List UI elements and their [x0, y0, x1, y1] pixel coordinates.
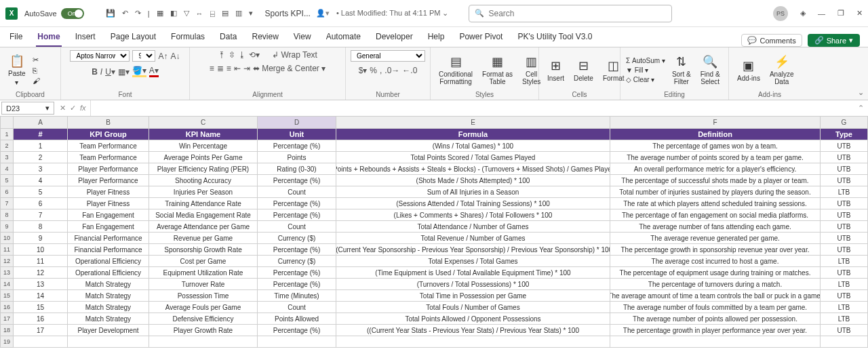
- cell[interactable]: 1: [14, 140, 68, 152]
- row-header[interactable]: 2: [0, 140, 14, 152]
- cell[interactable]: 8: [14, 221, 68, 233]
- cell[interactable]: (Wins / Total Games) * 100: [336, 140, 610, 152]
- cancel-formula-icon[interactable]: ✕: [60, 104, 66, 113]
- comments-button[interactable]: 💬 Comments: [741, 34, 802, 47]
- cell[interactable]: Average Attendance per Game: [149, 221, 258, 233]
- cell[interactable]: Injuries Per Season: [149, 186, 258, 198]
- copy-icon[interactable]: ⎘: [33, 66, 40, 75]
- cell[interactable]: (Likes + Comments + Shares) / Total Foll…: [336, 209, 610, 221]
- cell[interactable]: Count: [258, 186, 336, 198]
- cell[interactable]: Total number of injuries sustained by pl…: [610, 186, 821, 198]
- save-icon[interactable]: 💾: [106, 9, 115, 18]
- column-header[interactable]: B: [68, 117, 149, 129]
- tab-help[interactable]: Help: [427, 28, 446, 47]
- tab-developer[interactable]: Developer: [374, 28, 414, 47]
- cell[interactable]: Currency ($): [258, 233, 336, 244]
- align-center-icon[interactable]: ≣: [217, 64, 224, 73]
- cell[interactable]: Player Performance: [68, 163, 149, 175]
- cell[interactable]: Percentage (%): [258, 325, 336, 336]
- format-painter-icon[interactable]: 🖌: [33, 77, 40, 85]
- cell[interactable]: UTB: [821, 221, 868, 233]
- cell[interactable]: Count: [258, 302, 336, 313]
- cell[interactable]: [258, 336, 336, 348]
- cell[interactable]: Total Revenue / Number of Games: [336, 233, 610, 244]
- cell[interactable]: 3: [14, 163, 68, 175]
- minimize-icon[interactable]: —: [818, 9, 825, 18]
- cell[interactable]: [68, 336, 149, 348]
- cell[interactable]: LTB: [821, 256, 868, 267]
- cell[interactable]: The percentage of games won by a team.: [610, 140, 821, 152]
- cell[interactable]: 9: [14, 233, 68, 244]
- cell[interactable]: Sum of All Injuries in a Season: [336, 186, 610, 198]
- cell[interactable]: 14: [14, 290, 68, 302]
- cell[interactable]: UTB: [821, 209, 868, 221]
- cell[interactable]: Count: [258, 221, 336, 233]
- cell[interactable]: ((Current Year Stats - Previous Year Sta…: [336, 325, 610, 336]
- currency-icon[interactable]: $▾: [359, 66, 368, 75]
- cell[interactable]: Possession Time: [149, 290, 258, 302]
- search-box[interactable]: 🔍: [469, 5, 672, 22]
- cell[interactable]: (Shots Made / Shots Attempted) * 100: [336, 175, 610, 186]
- cell[interactable]: Percentage (%): [258, 140, 336, 152]
- cell[interactable]: Social Media Engagement Rate: [149, 209, 258, 221]
- row-header[interactable]: 5: [0, 175, 14, 186]
- tab-view[interactable]: View: [292, 28, 313, 47]
- cell[interactable]: The percentage growth in player performa…: [610, 325, 821, 336]
- row-header[interactable]: 18: [0, 325, 14, 336]
- cell[interactable]: The percentage growth in sponsorship rev…: [610, 244, 821, 256]
- cell[interactable]: 2: [14, 152, 68, 163]
- header-cell[interactable]: KPI Name: [149, 129, 258, 140]
- cell[interactable]: Total Attendance / Number of Games: [336, 221, 610, 233]
- align-left-icon[interactable]: ≡: [210, 64, 214, 73]
- cell[interactable]: 4: [14, 175, 68, 186]
- row-header[interactable]: 10: [0, 233, 14, 244]
- addins-button[interactable]: ▣Add-ins: [734, 57, 763, 83]
- header-cell[interactable]: Formula: [336, 129, 610, 140]
- cell[interactable]: Percentage (%): [258, 267, 336, 279]
- column-header[interactable]: D: [258, 117, 336, 129]
- cell[interactable]: UTB: [821, 198, 868, 209]
- align-middle-icon[interactable]: ⇳: [229, 50, 235, 60]
- cell[interactable]: Total Points Scored / Total Games Played: [336, 152, 610, 163]
- cell[interactable]: The average number of points scored by a…: [610, 152, 821, 163]
- cell[interactable]: 15: [14, 302, 68, 313]
- avatar[interactable]: PS: [773, 6, 788, 21]
- cell[interactable]: UTB: [821, 244, 868, 256]
- align-right-icon[interactable]: ≡: [226, 64, 231, 73]
- cell[interactable]: An overall performance metric for a play…: [610, 163, 821, 175]
- format-as-table-button[interactable]: ▦Format as Table: [479, 53, 515, 87]
- comma-icon[interactable]: ,: [380, 66, 382, 75]
- cell[interactable]: Percentage (%): [258, 244, 336, 256]
- tab-data[interactable]: Data: [218, 28, 238, 47]
- cell[interactable]: Average Points Per Game: [149, 152, 258, 163]
- font-color-icon[interactable]: A▾: [149, 66, 159, 77]
- row-header[interactable]: 6: [0, 186, 14, 198]
- tab-page-layout[interactable]: Page Layout: [109, 28, 157, 47]
- tab-home[interactable]: Home: [36, 28, 61, 47]
- header-cell[interactable]: #: [14, 129, 68, 140]
- cell[interactable]: (Sessions Attended / Total Training Sess…: [336, 198, 610, 209]
- cell[interactable]: Match Strategy: [68, 313, 149, 325]
- cell[interactable]: Player Fitness: [68, 186, 149, 198]
- cell[interactable]: UTB: [821, 325, 868, 336]
- row-header[interactable]: 9: [0, 221, 14, 233]
- find-select-button[interactable]: 🔍Find & Select: [698, 53, 723, 87]
- tab-automate[interactable]: Automate: [325, 28, 362, 47]
- cell[interactable]: Match Strategy: [68, 290, 149, 302]
- last-modified[interactable]: • Last Modified: Thu at 4:11 PM ⌄: [336, 9, 449, 18]
- decrease-font-icon[interactable]: A↓: [171, 52, 180, 61]
- cut-icon[interactable]: ✂: [33, 56, 40, 64]
- column-header[interactable]: C: [149, 117, 258, 129]
- conditional-formatting-button[interactable]: ▤Conditional Formatting: [436, 53, 475, 87]
- row-header[interactable]: 16: [0, 302, 14, 313]
- autosum-button[interactable]: Σ AutoSum ▾: [626, 57, 665, 64]
- row-header[interactable]: 14: [0, 279, 14, 290]
- font-size-select[interactable]: 9: [132, 50, 155, 62]
- decrease-decimal-icon[interactable]: ←.0: [402, 66, 417, 75]
- expand-formula-bar-icon[interactable]: ⌃: [854, 104, 868, 113]
- increase-font-icon[interactable]: A↑: [158, 52, 167, 61]
- qat-item[interactable]: ◧: [170, 9, 177, 18]
- increase-decimal-icon[interactable]: .0→: [384, 66, 399, 75]
- redo-icon[interactable]: ↷: [135, 9, 141, 18]
- cell[interactable]: The rate at which players attend schedul…: [610, 198, 821, 209]
